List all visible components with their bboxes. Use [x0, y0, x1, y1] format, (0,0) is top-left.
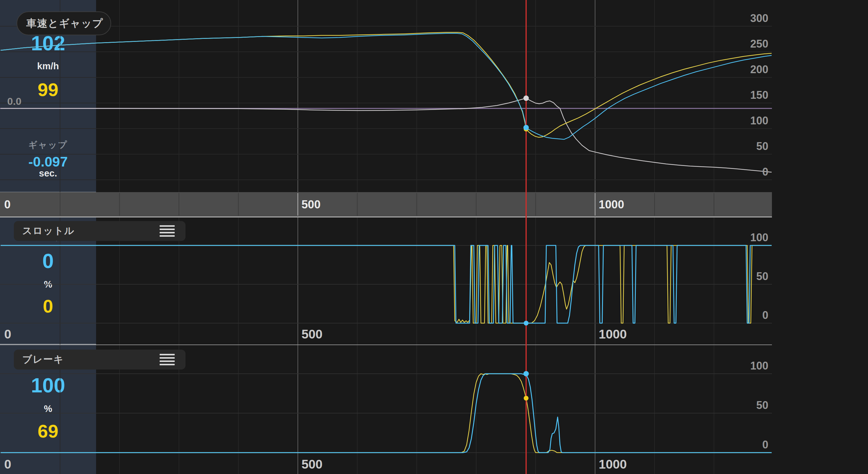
speed-gap-title-pill[interactable]: 車速とギャップ [17, 11, 111, 35]
speed-trace-yellow [1, 32, 772, 137]
speed-gap-title: 車速とギャップ [26, 17, 103, 30]
throttle-panel-button[interactable]: スロットル [14, 221, 186, 241]
telemetry-app: 3002502001501005001005001005000.00500100… [0, 0, 868, 474]
brake-panel-title: ブレーキ [22, 353, 64, 366]
brake-panel-button[interactable]: ブレーキ [14, 350, 186, 370]
cursor-line[interactable] [526, 0, 527, 474]
speed-trace-blue [1, 33, 772, 139]
speed-cursor-marker-blue [523, 125, 529, 130]
brake-cursor-marker-blue [523, 371, 529, 376]
gap-trace [1, 98, 772, 172]
menu-icon[interactable] [160, 354, 175, 365]
throttle-cursor-marker-blue [524, 321, 529, 325]
brake-cursor-marker-yellow [524, 396, 529, 401]
throttle-panel-title: スロットル [22, 224, 75, 238]
gap-cursor-marker [523, 95, 529, 101]
menu-icon[interactable] [160, 225, 175, 237]
